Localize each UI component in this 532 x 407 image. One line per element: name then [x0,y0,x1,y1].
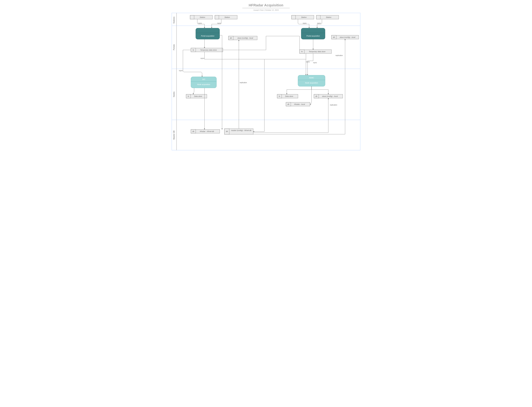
svg-rect-20 [301,28,325,39]
page-subtitle: Joseph Chen | October 12, 2023 [0,9,532,11]
svg-text:fs: fs [301,51,303,53]
svg-text:Data store: Data store [194,95,202,97]
svg-text:Node acquisition: Node acquisition [305,82,318,84]
svg-text:Station: Station [225,16,230,18]
svg-text:master  (config) - hfrnet-db: master (config) - hfrnet-db [231,129,251,131]
edge-rsync-st1: rsync [198,22,202,24]
temp-store-right: fs Temporary data store [299,50,331,54]
svg-text:Station: Station [301,16,306,18]
master-config: db master (config) - hfrnet-db [225,129,253,134]
slave-config-local-3: db slave (config) - local [314,94,343,98]
edge-rsync-ndbc1: rsync [306,61,310,63]
svg-text:SIO: SIO [202,78,205,80]
edge-rsync-st2: rsync [217,22,221,24]
station-box-3: Station [291,15,314,19]
master-hfradar: db hfradar - hfrnet-db [191,129,220,133]
svg-text:Data store: Data store [285,95,293,97]
svg-text:db: db [226,130,228,132]
station-box-1: Station [190,15,212,19]
portal-acq-right: Portal acquisition [301,28,325,39]
page-title: HFRadar Acquisition [242,3,290,8]
svg-text:db: db [315,95,317,97]
svg-text:hfradar - local: hfradar - local [294,103,305,105]
svg-text:NDBC: NDBC [309,77,314,79]
edge-rsync-cross: rsync [201,57,204,59]
svg-text:db: db [333,36,335,38]
svg-text:hfradar - hfrnet-db: hfradar - hfrnet-db [200,130,214,132]
svg-text:Portal acquisition: Portal acquisition [306,35,320,37]
svg-text:Node acquisition: Node acquisition [197,84,210,85]
edge-repl-3: replication [336,55,343,56]
edge-rsync-st4: rsync [317,22,321,24]
diagram-canvas: Stations Portals Nodes Master DB Station… [169,11,363,152]
slave-config-local-2: db slave (config) - local [331,35,359,39]
lane-masterdb: Master DB [173,131,175,140]
svg-text:fs: fs [188,95,189,97]
station-box-4: Station [316,15,339,19]
edge-rsync-st3: rsync [303,22,306,24]
svg-rect-12 [291,15,296,19]
edge-repl-2: replication [330,104,337,106]
hfradar-local: db hfradar - local [286,102,310,106]
svg-text:slave (config) - local: slave (config) - local [237,37,253,39]
svg-rect-6 [190,15,194,19]
svg-text:fs: fs [193,49,194,51]
svg-text:slave (config) - local: slave (config) - local [322,95,338,97]
edge-repl-1: replication [240,82,247,84]
svg-text:Station: Station [200,16,205,18]
svg-text:Portal acquisition: Portal acquisition [201,35,214,37]
svg-text:slave (config) - local: slave (config) - local [340,36,355,38]
lane-portals: Portals [173,44,175,50]
node-ndbc: NDBC Node acquisition [298,75,325,86]
svg-text:db: db [230,37,232,39]
svg-rect-15 [316,15,320,19]
svg-text:db: db [287,103,289,105]
svg-text:Temporary data store: Temporary data store [200,49,217,51]
lane-nodes: Nodes [173,92,175,97]
temp-store-left: fs Temporary data store [191,48,223,52]
lane-stations: Stations [173,17,175,23]
svg-text:Station: Station [326,16,331,18]
slave-config-local-1: db slave (config) - local [228,36,257,40]
station-box-2: Station [215,15,237,19]
edge-rsync-sio: rsync [179,70,183,71]
svg-text:db: db [192,130,194,132]
data-store-right: fs Data store [277,94,298,98]
node-sio: SIO Node acquisition [191,77,217,88]
svg-text:Temporary data store: Temporary data store [309,51,325,53]
data-store-left: fs Data store [186,94,207,98]
svg-rect-9 [215,15,219,19]
svg-rect-17 [196,28,220,39]
edge-rsync-ndbc2: rsync [313,62,317,63]
svg-text:fs: fs [279,95,280,97]
portal-acq-left: Portal acquisition [196,28,220,39]
